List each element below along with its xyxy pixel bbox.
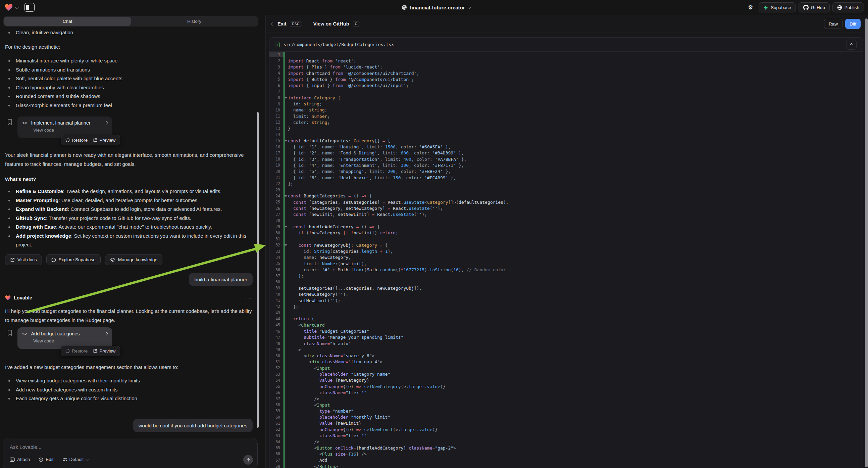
restore-icon: [65, 138, 70, 142]
code-icon: <>: [22, 120, 28, 125]
restore-button[interactable]: Restore: [65, 349, 88, 353]
card1-actions-popover: Restore Preview: [61, 135, 120, 145]
view-code-link[interactable]: View code: [33, 339, 107, 344]
code-line: 20 { id: '5', name: 'Shopping', limit: 2…: [270, 169, 863, 175]
code-line: 25 const [categories, setCategories] = R…: [270, 199, 863, 205]
fold-chevron-icon[interactable]: [284, 226, 287, 228]
window-scrollbar[interactable]: [865, 19, 868, 467]
message-menu-icon[interactable]: ···: [245, 295, 252, 300]
line-number: 43: [270, 311, 283, 315]
exit-button[interactable]: Exit: [277, 21, 286, 27]
line-number: 67: [270, 458, 283, 463]
code-file-card: src/components/budget/BudgetCategories.t…: [269, 37, 863, 468]
attach-button[interactable]: Attach: [10, 457, 30, 462]
code-line: 5import { Button } from '@/components/ui…: [270, 76, 863, 82]
preview-button[interactable]: Preview: [93, 138, 116, 143]
chat-scrollbar[interactable]: [257, 112, 259, 428]
line-number: 22: [270, 181, 283, 186]
bookmark-icon[interactable]: [7, 119, 12, 125]
target-icon: [39, 457, 43, 462]
code-line: 34 name: newCategory,: [270, 255, 863, 261]
project-switcher[interactable]: financial-future-creator: [352, 0, 520, 15]
line-number: 48: [270, 341, 283, 346]
g-key-badge: G: [353, 21, 360, 27]
code-line: 50 <div className="space-y-6">: [270, 353, 863, 359]
code-line: 56 className="flex-1": [270, 389, 863, 396]
line-number: 19: [270, 163, 283, 168]
diff-toggle-button[interactable]: Diff: [845, 19, 861, 29]
code-line: 16 { id: '1', name: 'Housing', limit: 15…: [270, 144, 863, 150]
list-item: Minimalist interface with plenty of whit…: [0, 56, 252, 65]
bookmark-icon[interactable]: [7, 330, 12, 336]
raw-toggle-button[interactable]: Raw: [824, 19, 842, 29]
code-line: 57 />: [270, 396, 863, 402]
settings-gear-icon[interactable]: ⚙: [745, 2, 756, 12]
code-line: 24const BudgetCategories = () => {: [270, 193, 863, 199]
code-line: 43: [270, 310, 863, 316]
send-button[interactable]: [243, 455, 253, 465]
line-number: 33: [270, 249, 283, 254]
model-selector[interactable]: Default: [62, 457, 89, 462]
code-line: 52 <Input: [270, 365, 863, 371]
edit-mode-button[interactable]: Edit: [39, 457, 53, 462]
image-icon: [10, 457, 15, 462]
line-number: 54: [270, 378, 283, 383]
code-line: 44 return (: [270, 316, 863, 322]
code-line: 7: [270, 89, 863, 95]
chevron-left-icon[interactable]: [271, 22, 275, 26]
restore-button[interactable]: Restore: [65, 138, 88, 143]
quick-actions-row: Visit docs Explore Supabase Manage knowl…: [5, 254, 162, 265]
manage-knowledge-button[interactable]: Manage knowledge: [105, 254, 162, 265]
view-code-link[interactable]: View code: [33, 127, 107, 133]
view-on-github-button[interactable]: View on GitHub: [313, 21, 349, 27]
line-number: 27: [270, 212, 283, 217]
preview-button[interactable]: Preview: [93, 349, 116, 353]
line-number: 13: [270, 126, 283, 131]
code-line: 23: [270, 187, 863, 193]
code-line: 60 placeholder="Monthly limit": [270, 414, 863, 420]
assistant-header-row: Lovable ···: [5, 295, 252, 300]
lovable-logo-icon[interactable]: [5, 4, 13, 11]
assistant-summary: Your sleek financial planner is now read…: [5, 150, 249, 169]
line-number: 6: [270, 83, 283, 88]
user-message-bubble: would be cool if you could add budget ca…: [133, 419, 253, 432]
file-header[interactable]: src/components/budget/BudgetCategories.t…: [270, 38, 863, 52]
sidebar-toggle-icon[interactable]: [25, 3, 35, 12]
fold-chevron-icon[interactable]: [284, 140, 287, 142]
visit-docs-button[interactable]: Visit docs: [5, 254, 42, 265]
composer-input[interactable]: Ask Lovable...: [10, 444, 41, 450]
code-line: 32 const newCategoryObj: Category = {: [270, 242, 863, 248]
explore-supabase-button[interactable]: Explore Supabase: [46, 254, 101, 265]
supabase-button[interactable]: Supabase: [758, 2, 796, 12]
line-number: 66: [270, 451, 283, 456]
code-line: 1: [270, 52, 863, 58]
code-line: 65 <Button onClick={handleAddCategory} c…: [270, 445, 863, 451]
fold-chevron-icon[interactable]: [284, 244, 287, 246]
github-button[interactable]: GitHub: [799, 2, 830, 12]
chat-history-tabs: Chat History: [3, 16, 258, 27]
fold-chevron-icon[interactable]: [284, 195, 287, 197]
code-line: 45 <ChartCard: [270, 322, 863, 328]
project-name: financial-future-creator: [410, 5, 465, 10]
external-link-icon: [93, 138, 97, 142]
publish-button[interactable]: Publish: [832, 2, 864, 12]
tab-chat[interactable]: Chat: [4, 17, 131, 26]
code-line: 37 };: [270, 273, 863, 279]
code-panel: Exit ESC View on GitHub G Raw Diff src/c…: [266, 15, 868, 468]
fold-chevron-icon[interactable]: [284, 97, 287, 99]
design-heading: For the design aesthetic:: [5, 42, 60, 51]
collapse-file-button[interactable]: [846, 39, 857, 50]
line-number: 37: [270, 273, 283, 278]
line-number: 55: [270, 384, 283, 389]
tab-history[interactable]: History: [131, 17, 258, 26]
code-line: 49 >: [270, 347, 863, 352]
code-line: 67 Add: [270, 457, 863, 463]
whats-next-list: Refine & Customize: Tweak the design, an…: [0, 187, 254, 250]
esc-key-badge: ESC: [290, 21, 302, 27]
logo-chevron-down-icon[interactable]: [15, 5, 19, 9]
code-line: 51 <div className="flex gap-4">: [270, 359, 863, 365]
line-number: 16: [270, 145, 283, 149]
external-link-icon: [93, 349, 97, 353]
code-line: 19 { id: '4', name: 'Entertainment', lim…: [270, 162, 863, 168]
supabase-bolt-icon: [763, 5, 768, 10]
